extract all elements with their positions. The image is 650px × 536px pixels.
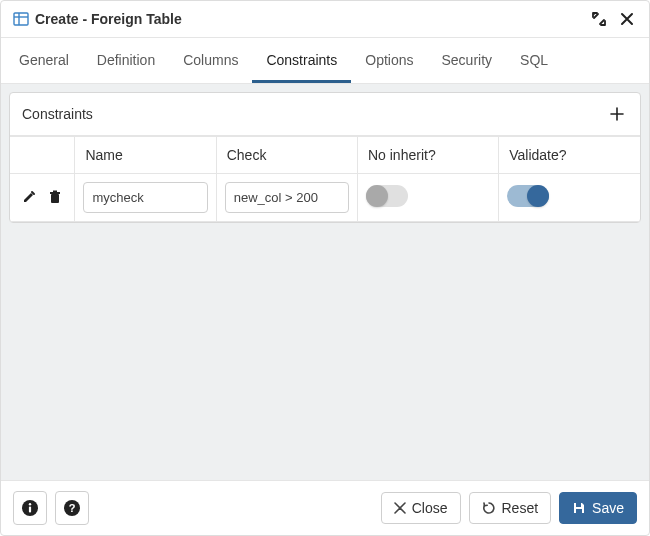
close-button-label: Close [412, 500, 448, 516]
svg-point-7 [29, 503, 31, 505]
tab-options[interactable]: Options [351, 38, 427, 83]
edit-row-button[interactable] [20, 188, 38, 206]
tabs: General Definition Columns Constraints O… [1, 38, 649, 84]
reset-button-label: Reset [502, 500, 539, 516]
delete-row-button[interactable] [46, 188, 64, 206]
constraint-name-input[interactable] [83, 182, 207, 213]
save-button[interactable]: Save [559, 492, 637, 524]
svg-rect-11 [576, 503, 581, 507]
close-button[interactable]: Close [381, 492, 461, 524]
table-row [10, 174, 640, 222]
svg-rect-3 [51, 194, 59, 203]
constraint-check-input[interactable] [225, 182, 349, 213]
dialog-title: Create - Foreign Table [35, 11, 182, 27]
info-icon [21, 499, 39, 517]
constraints-panel: Constraints Name Check No inherit? Valid… [9, 92, 641, 223]
titlebar: Create - Foreign Table [1, 1, 649, 38]
close-dialog-button[interactable] [617, 9, 637, 29]
panel-title: Constraints [22, 106, 93, 122]
reset-icon [482, 501, 496, 515]
maximize-button[interactable] [589, 9, 609, 29]
col-header-validate: Validate? [499, 137, 640, 174]
tab-sql[interactable]: SQL [506, 38, 562, 83]
help-button[interactable]: ? [55, 491, 89, 525]
col-header-noinherit: No inherit? [357, 137, 498, 174]
tab-general[interactable]: General [5, 38, 83, 83]
no-inherit-toggle[interactable] [366, 185, 408, 207]
pencil-icon [22, 190, 36, 204]
svg-rect-0 [14, 13, 28, 25]
content-pane: Constraints Name Check No inherit? Valid… [1, 84, 649, 480]
panel-header: Constraints [10, 93, 640, 136]
svg-rect-4 [50, 192, 60, 194]
dialog-create-foreign-table: Create - Foreign Table General Definitio… [0, 0, 650, 536]
tab-definition[interactable]: Definition [83, 38, 169, 83]
validate-toggle[interactable] [507, 185, 549, 207]
save-icon [572, 501, 586, 515]
constraints-grid: Name Check No inherit? Validate? [10, 136, 640, 222]
tab-security[interactable]: Security [428, 38, 507, 83]
question-icon: ? [63, 499, 81, 517]
info-button[interactable] [13, 491, 47, 525]
svg-rect-12 [576, 509, 582, 513]
svg-rect-8 [29, 507, 31, 513]
add-constraint-button[interactable] [606, 103, 628, 125]
col-header-check: Check [216, 137, 357, 174]
tab-columns[interactable]: Columns [169, 38, 252, 83]
svg-text:?: ? [69, 502, 76, 514]
svg-rect-5 [53, 191, 57, 193]
trash-icon [48, 190, 62, 204]
footer: ? Close Reset Save [1, 480, 649, 535]
tab-constraints[interactable]: Constraints [252, 38, 351, 83]
col-header-actions [10, 137, 75, 174]
close-icon [394, 502, 406, 514]
reset-button[interactable]: Reset [469, 492, 552, 524]
foreign-table-icon [13, 11, 29, 27]
plus-icon [609, 106, 625, 122]
save-button-label: Save [592, 500, 624, 516]
col-header-name: Name [75, 137, 216, 174]
